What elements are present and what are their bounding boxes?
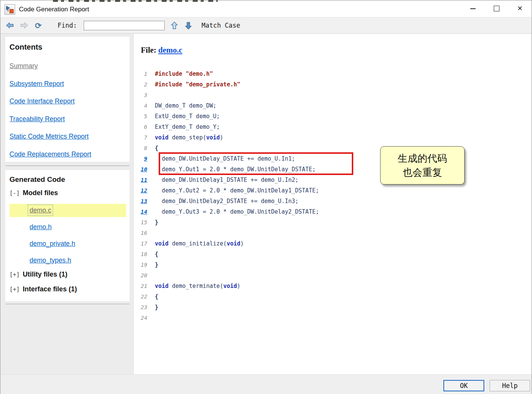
line-number-link[interactable]: 14 xyxy=(134,209,147,215)
code-line: 2#include "demo_private.h" xyxy=(134,79,527,90)
sidebar-divider xyxy=(5,166,129,166)
code-line: 7void demo_step(void) xyxy=(134,132,527,143)
contents-link[interactable]: Summary xyxy=(9,62,129,70)
code-segment-pl: demo_DW.UnitDelay_DSTATE += demo_U.In1; xyxy=(155,155,295,162)
annotation-note: 生成的代码 也会重复 xyxy=(380,146,465,184)
line-number: 15 xyxy=(134,219,147,225)
code-line: 15} xyxy=(134,217,527,228)
code-segment-kw: void xyxy=(223,283,237,289)
line-number: 6 xyxy=(134,124,147,130)
generated-code-card: Generated Code [-]Model filesdemo.cdemo.… xyxy=(5,170,129,301)
code-line: 18{ xyxy=(134,249,527,260)
code-line: 20 xyxy=(134,270,527,281)
contents-link[interactable]: Subsystem Report xyxy=(9,80,129,88)
code-line: 3 xyxy=(134,90,527,100)
annotation-line-1: 生成的代码 xyxy=(398,152,447,166)
code-line: 14 demo_Y.Out3 = 2.0 * demo_DW.UnitDelay… xyxy=(134,206,527,217)
tree-group-label: Interface files (1) xyxy=(23,285,77,293)
contents-link[interactable]: Static Code Metrics Report xyxy=(9,133,129,141)
code-line: 17void demo_initialize(void) xyxy=(134,238,527,249)
contents-link[interactable]: Code Replacements Report xyxy=(9,150,129,158)
line-number: 7 xyxy=(134,134,147,141)
file-row: demo_private.h xyxy=(9,237,126,250)
code-line: 1#include "demo.h" xyxy=(134,69,527,79)
find-next-button[interactable] xyxy=(184,21,192,30)
code-segment-br: { xyxy=(155,145,158,152)
line-number: 8 xyxy=(134,145,147,151)
code-line: 22{ xyxy=(134,291,527,302)
refresh-button[interactable]: ⟳ xyxy=(34,21,42,30)
minimize-button[interactable] xyxy=(461,0,485,17)
file-link[interactable]: demo.c xyxy=(30,206,51,214)
tree-group: [+]Interface files (1) xyxy=(9,285,129,293)
close-button[interactable]: ✕ xyxy=(508,0,532,17)
code-line: 9 demo_DW.UnitDelay_DSTATE += demo_U.In1… xyxy=(134,153,527,164)
ok-button[interactable]: OK xyxy=(443,380,484,391)
annotation-line-2: 也会重复 xyxy=(403,166,442,180)
code-text: #include "demo.h" xyxy=(155,70,213,77)
refresh-icon: ⟳ xyxy=(35,22,42,30)
expand-toggle-icon[interactable]: [+] xyxy=(9,286,20,293)
line-number-link[interactable]: 9 xyxy=(134,156,147,162)
code-segment-pp: #include "demo.h" xyxy=(155,70,213,77)
file-link[interactable]: demo_types.h xyxy=(30,256,71,264)
file-link[interactable]: demo.h xyxy=(30,223,51,231)
code-segment-br: } xyxy=(155,219,158,226)
code-segment-pl: ) xyxy=(240,240,244,247)
code-segment-br: } xyxy=(155,261,158,268)
code-segment-br: { xyxy=(155,251,158,258)
file-row: demo.c xyxy=(9,204,126,217)
line-number: 23 xyxy=(134,304,147,310)
code-listing: 1#include "demo.h"2#include "demo_privat… xyxy=(134,69,527,323)
code-text: DW_demo_T demo_DW; xyxy=(155,102,217,109)
line-number-link[interactable]: 10 xyxy=(134,166,147,172)
back-button[interactable] xyxy=(6,21,14,30)
close-icon: ✕ xyxy=(517,5,523,12)
code-line: 11 demo_DW.UnitDelay1_DSTATE += demo_U.I… xyxy=(134,175,527,185)
find-previous-button[interactable] xyxy=(170,21,178,30)
expand-toggle-icon[interactable]: [+] xyxy=(9,271,20,278)
collapse-toggle-icon[interactable]: [-] xyxy=(9,190,20,197)
back-icon xyxy=(6,22,14,29)
code-segment-kw: void xyxy=(227,240,240,247)
code-segment-kw: void xyxy=(206,134,220,141)
code-text: demo_DW.UnitDelay_DSTATE += demo_U.In1; xyxy=(155,155,295,162)
code-segment-kw: void xyxy=(155,240,168,247)
code-line: 8{ xyxy=(134,143,527,153)
contents-link[interactable]: Traceability Report xyxy=(9,115,129,123)
line-number-link[interactable]: 12 xyxy=(134,188,147,194)
code-text: void demo_terminate(void) xyxy=(155,283,240,289)
find-toolbar: ⟳ Find: Match Case xyxy=(0,17,532,34)
code-segment-pl: demo_initialize( xyxy=(168,240,227,247)
minimize-icon xyxy=(470,8,476,9)
line-number-link[interactable]: 13 xyxy=(134,198,147,204)
match-case-label[interactable]: Match Case xyxy=(201,22,240,29)
file-link[interactable]: demo_private.h xyxy=(30,240,75,247)
tree-group: [+]Utility files (1) xyxy=(9,270,129,278)
forward-button[interactable] xyxy=(20,21,28,30)
code-generation-report-window: Code Generation Report ✕ ⟳ Find: xyxy=(0,0,532,394)
help-button[interactable]: Help xyxy=(490,380,530,391)
tree-group-row: [+]Utility files (1) xyxy=(9,270,129,278)
code-line: 21void demo_terminate(void) xyxy=(134,281,527,291)
line-number: 21 xyxy=(134,283,147,289)
code-line: 10 demo_Y.Out1 = 2.0 * demo_DW.UnitDelay… xyxy=(134,164,527,175)
find-input[interactable] xyxy=(84,21,165,30)
tree-group-label: Model files xyxy=(23,189,58,197)
line-number: 5 xyxy=(134,113,147,119)
line-number: 22 xyxy=(134,294,147,300)
code-segment-pl: demo_step( xyxy=(168,134,206,141)
file-name-link[interactable]: demo.c xyxy=(158,45,183,55)
find-next-icon xyxy=(185,22,192,30)
contents-link[interactable]: Code Interface Report xyxy=(9,97,129,105)
contents-link-list: SummarySubsystem ReportCode Interface Re… xyxy=(9,62,129,158)
code-text: } xyxy=(155,304,158,311)
code-line: 16 xyxy=(134,228,527,238)
line-number-link[interactable]: 11 xyxy=(134,177,147,183)
code-segment-pl: demo_DW.UnitDelay2_DSTATE += demo_U.In3; xyxy=(155,198,298,205)
line-number: 4 xyxy=(134,103,147,109)
maximize-button[interactable] xyxy=(485,0,508,17)
code-segment-kw: void xyxy=(155,134,168,141)
line-number: 1 xyxy=(134,71,147,77)
generated-code-tree: [-]Model filesdemo.cdemo.hdemo_private.h… xyxy=(5,189,129,293)
